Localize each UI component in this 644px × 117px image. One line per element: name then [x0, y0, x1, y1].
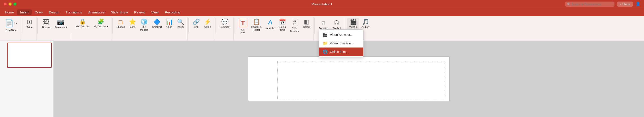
slides-panel: 1 [0, 41, 54, 117]
ribbon-group-images-items: 🖼 Pictures 📷 Screenshot [40, 18, 69, 40]
ribbon: 📄 ▼ New Slide ⊞ Table 🖼 Pictures [0, 16, 644, 41]
chart-icon: 📊 [166, 19, 173, 25]
video-from-file-item[interactable]: 📁 Video from File... [319, 39, 364, 48]
title-bar: Presentation1 🔍 + Share 👤 [0, 0, 644, 8]
screenshot-button[interactable]: 📷 Screenshot [53, 18, 69, 30]
my-addins-button[interactable]: 🧩 My Add-ins ▾ [92, 18, 110, 29]
link-button[interactable]: 🔗 Link [191, 18, 202, 29]
text-box-icon: T [239, 19, 247, 27]
slide-number-button[interactable]: # SlideNumber [288, 18, 301, 34]
video-browser-item[interactable]: 🎬 Video Browser... [319, 31, 364, 39]
divider-5 [188, 18, 189, 34]
action-icon: ⚡ [204, 19, 211, 25]
divider-7 [234, 18, 235, 34]
comment-label: Comment [220, 26, 230, 29]
3d-models-label: 3DModels [140, 26, 148, 31]
ribbon-group-images: 🖼 Pictures 📷 Screenshot [38, 17, 70, 41]
header-footer-label: Header &Footer [251, 26, 262, 31]
user-icon[interactable]: 👤 [636, 2, 640, 7]
shapes-icon: ◻ [118, 19, 123, 25]
minimize-button[interactable] [8, 3, 12, 6]
menu-bar: Home Insert Draw Design Transitions Anim… [0, 8, 644, 16]
my-addins-icon: 🧩 [98, 19, 104, 24]
date-time-button[interactable]: 📅 Date &Time [277, 18, 288, 32]
slide-text-box [278, 61, 445, 99]
header-footer-icon: 📋 [253, 19, 260, 25]
video-button[interactable]: 🎬 Video ▾ [347, 18, 359, 29]
share-button[interactable]: + Share [617, 2, 633, 7]
table-button[interactable]: ⊞ Table [24, 18, 35, 30]
slide-thumb-wrapper: 1 [2, 43, 52, 68]
equation-button[interactable]: π Equation [317, 18, 330, 31]
pictures-icon: 🖼 [43, 19, 49, 25]
divider-1 [22, 18, 22, 34]
text-box-button[interactable]: T TextBox [237, 18, 249, 35]
shapes-button[interactable]: ◻ Shapes [115, 18, 127, 29]
menu-draw[interactable]: Draw [32, 10, 46, 15]
new-slide-button[interactable]: 📄 ▼ New Slide [3, 18, 19, 32]
action-label: Action [204, 26, 211, 29]
object-icon: ◧ [304, 19, 310, 25]
maximize-button[interactable] [14, 3, 16, 6]
close-button[interactable] [4, 3, 7, 6]
divider-2 [37, 18, 38, 34]
ribbon-group-illustrations-items: ◻ Shapes ⭐ Icons 🧊 3DModels 🔷 SmartArt 📊… [115, 18, 186, 40]
search-input[interactable] [565, 2, 614, 7]
menu-review[interactable]: Review [131, 10, 148, 15]
video-dropdown: 🎬 Video Browser... 📁 Video from File... … [319, 29, 364, 57]
chart-label: Chart [166, 26, 172, 29]
icons-label: Icons [130, 26, 136, 29]
screenshot-icon: 📷 [57, 19, 65, 25]
symbol-button[interactable]: Ω Symbol [330, 18, 342, 31]
ribbon-group-text: T TextBox 📋 Header &Footer A WordArt 📅 D… [236, 17, 314, 41]
icons-icon: ⭐ [129, 19, 136, 25]
audio-button[interactable]: 🎵 Audio ▾ [360, 18, 372, 29]
menu-view[interactable]: View [148, 10, 162, 15]
new-slide-top[interactable]: 📄 ▼ [3, 18, 19, 28]
new-slide-label[interactable]: New Slide [4, 28, 18, 32]
zoom-button[interactable]: 🔍 Zoom [175, 18, 186, 29]
video-from-file-label: Video from File... [330, 42, 354, 45]
new-slide-arrow[interactable]: ▼ [14, 22, 18, 25]
online-film-item[interactable]: 🌐 Online Film... [319, 48, 364, 56]
zoom-icon: 🔍 [177, 19, 184, 25]
online-film-label: Online Film... [330, 50, 348, 54]
video-icon: 🎬 [350, 19, 357, 25]
online-film-icon: 🌐 [323, 49, 328, 54]
pictures-button[interactable]: 🖼 Pictures [40, 18, 52, 30]
new-slide-text: New [6, 29, 11, 31]
menu-animations[interactable]: Animations [85, 10, 108, 15]
menu-insert[interactable]: Insert [17, 10, 32, 15]
action-button[interactable]: ⚡ Action [202, 18, 213, 29]
slide-thumbnail[interactable] [7, 43, 52, 68]
divider-6 [215, 18, 216, 34]
3d-models-button[interactable]: 🧊 3DModels [138, 18, 150, 32]
ribbon-group-table-items: ⊞ Table [24, 18, 35, 40]
get-addins-button[interactable]: 🔒 Get Add-ins [74, 18, 92, 29]
slide-canvas[interactable] [248, 56, 450, 101]
get-addins-label: Get Add-ins [76, 25, 89, 28]
menu-design[interactable]: Design [46, 10, 63, 15]
menu-home[interactable]: Home [2, 10, 17, 15]
symbol-icon: Ω [334, 19, 339, 26]
table-icon: ⊞ [27, 19, 32, 25]
zoom-label: Zoom [178, 26, 184, 29]
header-footer-button[interactable]: 📋 Header &Footer [250, 18, 263, 32]
icons-button[interactable]: ⭐ Icons [127, 18, 138, 29]
video-btn-wrapper: 🎬 Video ▾ 🎬 Video Browser... 📁 Video fro… [347, 18, 359, 29]
wordart-button[interactable]: A WordArt [264, 18, 276, 31]
menu-slideshow[interactable]: Slide Show [108, 10, 131, 15]
video-browser-icon: 🎬 [323, 32, 328, 37]
object-button[interactable]: ◧ Object [301, 18, 312, 29]
comment-button[interactable]: 💬 Comment [218, 18, 232, 29]
smartart-button[interactable]: 🔷 SmartArt [150, 18, 164, 29]
chart-button[interactable]: 📊 Chart [164, 18, 175, 29]
video-browser-label: Video Browser... [330, 33, 353, 37]
menu-transitions[interactable]: Transitions [62, 10, 85, 15]
link-icon: 🔗 [193, 19, 200, 25]
link-label: Link [194, 26, 198, 29]
traffic-lights [4, 3, 16, 6]
ribbon-group-comments: 💬 Comment [216, 17, 234, 41]
menu-recording[interactable]: Recording [162, 10, 183, 15]
wordart-icon: A [268, 19, 272, 26]
